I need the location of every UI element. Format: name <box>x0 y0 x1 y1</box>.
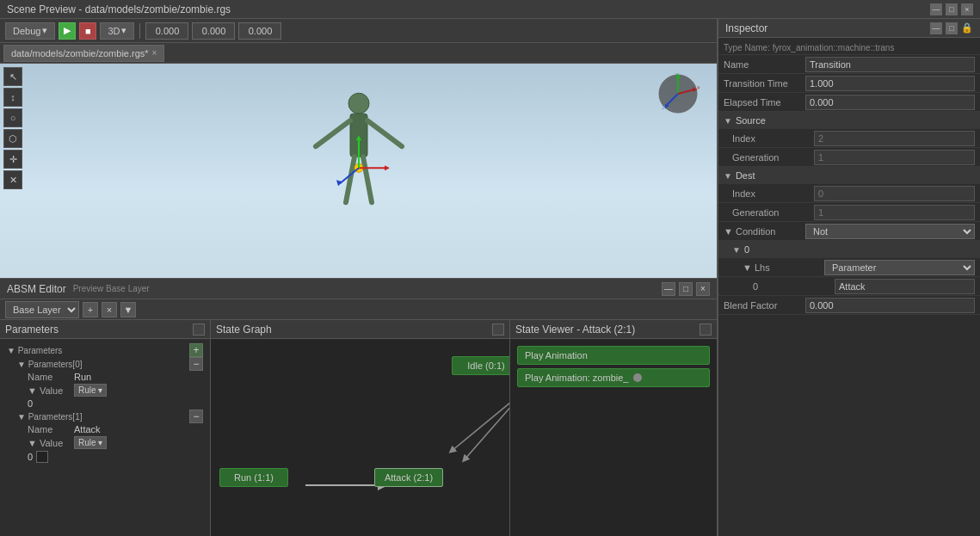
attack-state-node[interactable]: Attack (2:1) <box>374 468 443 487</box>
layer-select[interactable]: Base Layer <box>5 301 79 318</box>
type-name-row: Type Name: fyrox_animation::machine::tra… <box>718 41 980 55</box>
lhs-value-row: 0 <box>718 277 980 296</box>
run-state-node[interactable]: Run (1:1) <box>219 468 288 487</box>
source-section[interactable]: ▼ Source <box>718 112 980 129</box>
inspector-panel: Inspector — □ 🔒 Type Name: fyrox_animati… <box>718 19 980 536</box>
params-content: ▼ Parameters + ▼ Parameters[0] − <box>0 339 210 536</box>
rule-1-arrow-icon: ▾ <box>98 438 102 447</box>
play-anim-label: Play Animation <box>525 350 588 360</box>
play-animation-sub-node[interactable]: Play Animation: zombie_ <box>517 368 710 387</box>
inspector-lock-button[interactable]: 🔒 <box>961 22 973 34</box>
param-1-rule-button[interactable]: Rule ▾ <box>74 436 107 449</box>
param-1-name-label: Name <box>28 424 71 434</box>
condition-dropdown[interactable]: Not <box>805 224 975 239</box>
lhs-dropdown[interactable]: Parameter <box>824 260 975 275</box>
absm-editor: ABSM Editor Preview Base Layer — □ × Bas… <box>0 278 717 536</box>
name-row: Name <box>718 55 980 74</box>
inspector-title: Inspector <box>725 22 767 34</box>
param-0-name-label: Name <box>28 372 71 382</box>
add-param-button[interactable]: + <box>189 343 203 357</box>
tool-scale[interactable]: ⬡ <box>3 129 22 148</box>
transition-time-row: Transition Time <box>718 74 980 93</box>
param-1: ▼ Parameters[1] − Name Attack ▼ <box>7 410 203 464</box>
condition-label: ▼ Condition <box>724 226 805 237</box>
blend-factor-input[interactable] <box>805 298 975 313</box>
lhs-value-label: 0 <box>753 281 835 292</box>
absm-minimize-button[interactable]: — <box>662 282 675 296</box>
name-input[interactable] <box>805 57 975 72</box>
debug-button[interactable]: Debug ▾ <box>5 22 55 40</box>
stop-button[interactable]: ■ <box>79 22 96 40</box>
absm-content: Parameters ▼ Parameters + <box>0 320 717 536</box>
idle-state-node[interactable]: Idle (0:1) <box>452 356 509 375</box>
lhs-label: ▼ Lhs <box>743 262 824 273</box>
dest-expand-icon: ▼ <box>724 171 732 181</box>
svg-text:X: X <box>697 85 700 90</box>
state-viewer-header: State Viewer - Attack (2:1) <box>510 320 717 339</box>
dest-generation-input[interactable] <box>814 205 975 220</box>
mode-button[interactable]: 3D ▾ <box>100 22 134 40</box>
svg-line-5 <box>363 157 372 202</box>
dest-section[interactable]: ▼ Dest <box>718 167 980 184</box>
blend-factor-label: Blend Factor <box>724 300 805 311</box>
remove-param-0-button[interactable]: − <box>189 357 203 371</box>
state-viewer-title: State Viewer - Attack (2:1) <box>515 323 635 336</box>
svg-text:Z: Z <box>662 105 665 110</box>
preview-base-label: Preview Base Layer <box>73 284 150 293</box>
tab-close-icon[interactable]: × <box>152 48 157 58</box>
scene-tab[interactable]: data/models/zombie/zombie.rgs* × <box>3 45 164 62</box>
remove-layer-button[interactable]: × <box>102 302 117 317</box>
source-generation-input[interactable] <box>814 150 975 165</box>
svg-text:Y: Y <box>675 72 679 77</box>
y-value-input[interactable] <box>192 22 235 40</box>
play-anim-sub-label: Play Animation: zombie_ <box>525 373 628 383</box>
params-checkbox[interactable] <box>193 323 205 336</box>
inspector-maximize-button[interactable]: □ <box>946 22 958 34</box>
minimize-button[interactable]: — <box>930 3 942 15</box>
condition-0-label: 0 <box>744 244 749 255</box>
transition-time-input[interactable] <box>805 76 975 91</box>
param-1-color-swatch[interactable] <box>36 451 48 463</box>
dest-index-input[interactable] <box>814 186 975 201</box>
source-index-input[interactable] <box>814 131 975 146</box>
tool-extra[interactable]: ✕ <box>3 170 22 189</box>
state-graph-checkbox[interactable] <box>492 323 504 336</box>
maximize-button[interactable]: □ <box>946 3 958 15</box>
x-value-input[interactable] <box>145 22 188 40</box>
svg-point-0 <box>348 93 369 114</box>
elapsed-time-input[interactable] <box>805 95 975 110</box>
z-value-input[interactable] <box>238 22 281 40</box>
play-button[interactable]: ▶ <box>59 22 76 40</box>
absm-maximize-button[interactable]: □ <box>679 282 693 296</box>
param-0-rule-button[interactable]: Rule ▾ <box>74 384 107 397</box>
condition-0-section[interactable]: ▼ 0 <box>718 241 980 258</box>
add-layer-button[interactable]: + <box>83 302 98 317</box>
param-1-value-label: ▼ Value <box>28 438 71 448</box>
param-0: ▼ Parameters[0] − Name Run ▼ Va <box>7 357 203 410</box>
dest-generation-label: Generation <box>732 207 814 218</box>
param-1-expand[interactable]: ▼ Parameters[1] <box>17 412 82 422</box>
tool-rotate[interactable]: ○ <box>3 108 22 127</box>
tool-select[interactable]: ↖ <box>3 67 22 86</box>
scene-viewport[interactable]: ↖ ↕ ○ ⬡ ✛ ✕ <box>0 64 717 278</box>
tool-move[interactable]: ↕ <box>3 88 22 107</box>
param-0-expand[interactable]: ▼ Parameters[0] <box>17 360 82 369</box>
graph-content[interactable]: Idle (0:1) Run (1:1) Attack (2:1) <box>211 339 509 536</box>
lhs-row: ▼ Lhs Parameter <box>718 258 980 277</box>
state-viewer-checkbox[interactable] <box>700 323 712 336</box>
left-panel: Debug ▾ ▶ ■ 3D ▾ data/models/zombie/zomb… <box>0 19 718 536</box>
filter-button[interactable]: ▼ <box>120 302 136 317</box>
state-viewer-panel: State Viewer - Attack (2:1) Play Animati… <box>510 320 717 536</box>
inspector-minimize-button[interactable]: — <box>930 22 942 34</box>
play-animation-node[interactable]: Play Animation <box>517 346 710 365</box>
params-panel-header: Parameters <box>0 320 210 339</box>
absm-title-label: ABSM Editor <box>7 283 66 295</box>
absm-close-button[interactable]: × <box>696 282 710 296</box>
state-viewer-content: Play Animation Play Animation: zombie_ <box>510 339 717 536</box>
tool-transform[interactable]: ✛ <box>3 150 22 169</box>
remove-param-1-button[interactable]: − <box>189 410 203 423</box>
character-model <box>307 82 410 231</box>
close-button[interactable]: × <box>961 3 973 15</box>
lhs-attack-input[interactable] <box>835 279 975 294</box>
params-expand-arrow[interactable]: ▼ Parameters <box>7 346 62 355</box>
